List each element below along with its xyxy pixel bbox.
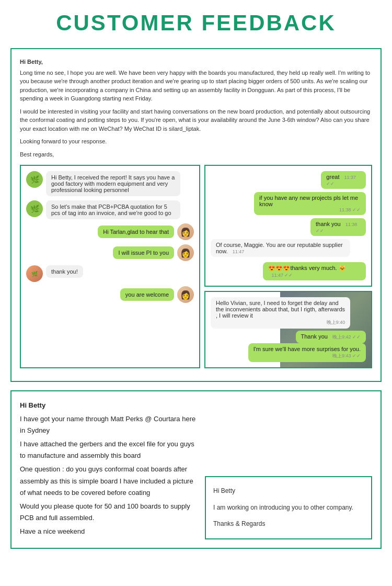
avatar-5: 🌿 — [26, 265, 43, 282]
right-chat-top: great 11:37 ✓✓ if you have any new proje… — [211, 171, 366, 280]
right-bubble-3: thank you 11:38 ✓✓ — [310, 218, 366, 236]
chat-panels: 🌿 Hi Betty, I received the report! It sa… — [20, 165, 372, 368]
bottom-line5: Would you please quote for 50 and 100 bo… — [20, 501, 197, 524]
chat-msg-1: 🌿 Hi Betty, I received the report! It sa… — [26, 171, 194, 196]
email-paragraph3: Looking forward to your response. — [20, 137, 372, 146]
bottom-msg-1: Hello Vivian, sure, I need to forget the… — [211, 297, 366, 329]
right-bubble-1: great 11:37 ✓✓ — [321, 171, 366, 189]
bottom-section: Hi Betty I have got your name through Ma… — [10, 390, 382, 549]
chat-msg-6: you are welcome 👩 — [26, 286, 194, 303]
page-title: CUSTOMER FEEDBACK — [10, 10, 382, 36]
chat-panel-right-bottom: Hello Vivian, sure, I need to forget the… — [204, 291, 372, 368]
chat-bottom-content: Hello Vivian, sure, I need to forget the… — [211, 297, 366, 362]
right-msg-5: 😍😍😍thanks very much. 🐱 11:47 ✓✓ — [211, 262, 366, 280]
bottom-line1: Hi Betty — [20, 400, 197, 411]
chat-bubble-6: you are welcome — [120, 288, 174, 301]
bottom-content-wrapper: Hi Betty I have got your name through Ma… — [20, 400, 372, 539]
right-msg-4-content: Of course, Maggie. You are our reputable… — [211, 239, 366, 257]
avatar-1: 🌿 — [26, 171, 43, 188]
right-msg-5-content: 😍😍😍thanks very much. 🐱 11:47 ✓✓ — [252, 262, 366, 280]
bottom-line3: I have attached the gerbers and the exce… — [20, 438, 197, 461]
email-paragraph2: I would be interested in visiting your f… — [20, 107, 372, 133]
chat-bubble-5: thank you! — [46, 265, 83, 278]
email-section: Hi Betty, Long time no see, I hope you a… — [20, 58, 372, 159]
chat-msg-3: Hi Tarlan,glad to hear that 👩 — [26, 223, 194, 240]
bottom-msg-2: Thank you 晚上9:42 ✓✓ — [211, 331, 366, 343]
bottom-line4: One question : do you guys conformal coa… — [20, 464, 197, 498]
email-closing: Best regards, — [20, 150, 372, 159]
bottom-bubble-3: I'm sure we'll have more surprises for y… — [248, 343, 366, 362]
right-msg-3: thank you 11:38 ✓✓ — [211, 218, 366, 236]
chat-msg-5: 🌿 thank you! — [26, 265, 194, 282]
bottom-line6: Have a nice weekend — [20, 526, 197, 537]
right-msg-3-content: thank you 11:38 ✓✓ — [304, 218, 366, 236]
card-line2: I am working on introducing you to other… — [213, 502, 364, 514]
bottom-bubble-1: Hello Vivian, sure, I need to forget the… — [211, 297, 350, 329]
chat-bubble-4: I will issue PI to you — [113, 246, 174, 259]
right-bubble-4: Of course, Maggie. You are our reputable… — [211, 239, 350, 257]
right-bubble-5: 😍😍😍thanks very much. 🐱 11:47 ✓✓ — [263, 262, 366, 280]
right-bubble-2: if you have any new projects pls let me … — [254, 192, 366, 215]
chat-bubble-2: So let's make that PCB+PCBA quotation fo… — [46, 200, 180, 219]
chat-bubble-1: Hi Betty, I received the report! It says… — [46, 171, 180, 196]
avatar-6: 👩 — [177, 286, 194, 303]
top-email-container: Hi Betty, Long time no see, I hope you a… — [10, 48, 382, 382]
avatar-3: 👩 — [177, 223, 194, 240]
right-msg-2: if you have any new projects pls let me … — [211, 192, 366, 215]
avatar-4: 👩 — [177, 244, 194, 261]
avatar-2: 🌿 — [26, 200, 43, 217]
bottom-bubble-2: Thank you 晚上9:42 ✓✓ — [296, 331, 366, 343]
bottom-line2: I have got your name through Matt Perks … — [20, 413, 197, 436]
email-paragraph1: Long time no see, I hope you are well. W… — [20, 69, 372, 103]
chat-msg-2: 🌿 So let's make that PCB+PCBA quotation … — [26, 200, 194, 219]
right-msg-1: great 11:37 ✓✓ — [211, 171, 366, 189]
card-line3: Thanks & Regards — [213, 519, 364, 530]
chat-right-wrapper: great 11:37 ✓✓ if you have any new proje… — [204, 165, 372, 368]
bottom-email-text: Hi Betty I have got your name through Ma… — [20, 400, 205, 539]
bottom-inset-card: Hi Betty I am working on introducing you… — [205, 476, 372, 539]
chat-bubble-3: Hi Tarlan,glad to hear that — [98, 226, 174, 238]
chat-panel-left: 🌿 Hi Betty, I received the report! It sa… — [20, 165, 200, 368]
chat-panel-right-top: great 11:37 ✓✓ if you have any new proje… — [204, 165, 372, 287]
right-msg-1-content: great 11:37 ✓✓ — [316, 171, 366, 189]
right-msg-4: Of course, Maggie. You are our reputable… — [211, 239, 366, 257]
email-greeting: Hi Betty, — [20, 58, 372, 66]
right-msg-2-content: if you have any new projects pls let me … — [241, 192, 366, 215]
chat-msg-4: I will issue PI to you 👩 — [26, 244, 194, 261]
card-line1: Hi Betty — [213, 486, 364, 497]
bottom-msg-3: I'm sure we'll have more surprises for y… — [211, 343, 366, 362]
